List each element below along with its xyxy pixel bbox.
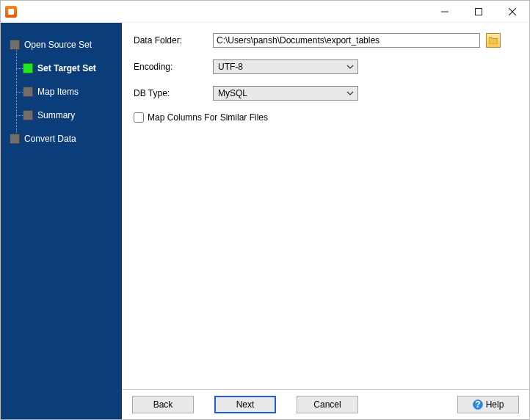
db-type-select[interactable]: MySQL	[213, 86, 358, 101]
db-type-value: MySQL	[214, 88, 343, 98]
main-panel: Data Folder: Encoding: UTF-8	[122, 23, 529, 419]
cancel-button[interactable]: Cancel	[297, 396, 358, 413]
encoding-label: Encoding:	[134, 62, 213, 72]
nav-step-marker	[23, 110, 33, 120]
help-icon: ?	[473, 399, 483, 410]
nav-label: Set Target Set	[37, 63, 96, 73]
nav-map-items[interactable]: Map Items	[23, 83, 122, 101]
map-columns-label: Map Columns For Similar Files	[148, 112, 268, 123]
map-columns-checkbox[interactable]	[134, 112, 144, 123]
nav-set-target-set[interactable]: Set Target Set	[23, 59, 122, 77]
app-icon	[5, 6, 17, 18]
nav-step-marker	[23, 63, 33, 73]
db-type-label: DB Type:	[134, 88, 213, 98]
data-folder-row: Data Folder:	[134, 33, 518, 48]
nav-summary[interactable]: Summary	[23, 106, 122, 124]
next-button-label: Next	[236, 399, 255, 410]
close-button[interactable]	[495, 1, 529, 23]
encoding-select[interactable]: UTF-8	[213, 59, 358, 74]
nav-convert-data[interactable]: Convert Data	[10, 130, 122, 148]
nav-label: Summary	[37, 110, 75, 120]
cancel-button-label: Cancel	[313, 399, 341, 410]
svg-rect-1	[476, 8, 482, 15]
wizard-footer: Back Next Cancel ? Help	[122, 389, 529, 419]
encoding-row: Encoding: UTF-8	[134, 59, 518, 74]
nav-step-marker	[10, 40, 20, 50]
nav-open-source-set[interactable]: Open Source Set	[10, 36, 122, 54]
help-button[interactable]: ? Help	[457, 396, 519, 413]
help-button-label: Help	[486, 399, 504, 410]
back-button[interactable]: Back	[132, 396, 194, 413]
minimize-button[interactable]	[428, 1, 462, 23]
svg-text:?: ?	[475, 399, 480, 410]
db-type-row: DB Type: MySQL	[134, 86, 518, 101]
map-columns-row: Map Columns For Similar Files	[134, 112, 518, 123]
nav-step-marker	[23, 87, 33, 97]
data-folder-input[interactable]	[213, 33, 480, 48]
form-area: Data Folder: Encoding: UTF-8	[122, 23, 529, 389]
title-bar	[1, 1, 529, 23]
chevron-down-icon	[343, 87, 357, 100]
wizard-window: Open Source Set Set Target Set Map Items…	[0, 0, 530, 420]
next-button[interactable]: Next	[214, 396, 276, 413]
encoding-value: UTF-8	[214, 62, 343, 72]
data-folder-label: Data Folder:	[134, 35, 213, 46]
wizard-sidebar: Open Source Set Set Target Set Map Items…	[1, 23, 122, 419]
nav-step-marker	[10, 134, 20, 144]
nav-label: Convert Data	[24, 134, 76, 144]
back-button-label: Back	[153, 399, 173, 410]
nav-label: Open Source Set	[24, 40, 92, 50]
wizard-nav: Open Source Set Set Target Set Map Items…	[10, 36, 122, 148]
nav-label: Map Items	[37, 87, 79, 97]
chevron-down-icon	[343, 60, 357, 73]
maximize-button[interactable]	[462, 1, 495, 23]
folder-icon	[489, 37, 498, 44]
browse-folder-button[interactable]	[486, 33, 501, 48]
